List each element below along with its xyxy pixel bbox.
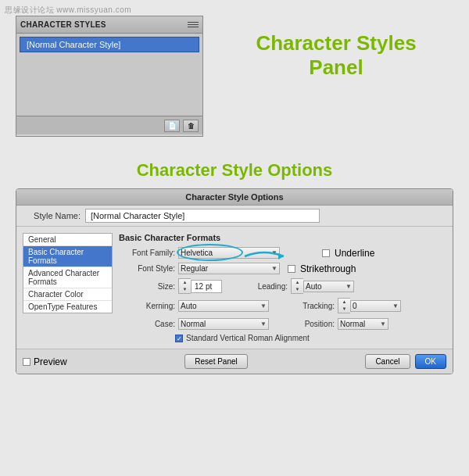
font-style-row: Font Style: Regular ▼ Strikethrough	[119, 263, 446, 274]
watermark: 思缘设计论坛 www.missyuan.com	[5, 5, 131, 16]
tracking-spinner[interactable]: ▲ ▼	[338, 298, 350, 313]
middle-title-text: Character Style Options	[137, 160, 333, 180]
panel-footer: 📄 🗑	[16, 116, 202, 134]
size-spinner[interactable]: ▲ ▼	[178, 278, 191, 294]
character-styles-panel: CHARACTER STYLES [Normal Character Style…	[16, 16, 203, 137]
cancel-button[interactable]: Cancel	[365, 354, 410, 369]
sidebar-item-general[interactable]: General	[23, 234, 112, 246]
kerning-value: Auto	[181, 302, 197, 310]
new-style-button[interactable]: 📄	[164, 120, 180, 132]
standard-align-label: Standard Vertical Roman Alignment	[186, 334, 310, 342]
standard-align-checkbox[interactable]: ✓	[175, 335, 183, 342]
position-value: Normal	[340, 320, 365, 328]
sidebar-list: General Basic Character Formats Advanced…	[23, 233, 113, 313]
normal-character-style-item[interactable]: [Normal Character Style]	[20, 37, 199, 52]
leading-down-icon: ▼	[292, 286, 303, 293]
font-family-wrapper: Helvetica ▼	[178, 247, 280, 259]
kerning-tracking-row: Kerning: Auto ▼ Tracking: ▲ ▼ 0 ▼	[119, 298, 446, 313]
panel-label-area: Character StylesPanel	[219, 16, 453, 80]
case-position-row: Case: Normal ▼ Position: Normal ▼	[119, 318, 446, 330]
footer-left: Preview	[23, 356, 67, 367]
footer-right: Cancel OK	[365, 354, 446, 369]
middle-title-area: Character Style Options	[0, 145, 469, 188]
position-select[interactable]: Normal ▼	[338, 318, 388, 330]
panel-title: CHARACTER STYLES	[20, 20, 106, 29]
tracking-group: ▲ ▼ 0 ▼	[338, 298, 401, 313]
font-family-row: Font Family: Helvetica ▼	[119, 247, 446, 259]
case-value: Normal	[181, 320, 206, 328]
standard-align-row: ✓ Standard Vertical Roman Alignment	[175, 334, 446, 342]
dialog-sidebar: General Basic Character Formats Advanced…	[23, 233, 113, 342]
underline-checkbox[interactable]	[322, 249, 330, 257]
underline-label: Underline	[335, 248, 374, 259]
dialog-body: General Basic Character Formats Advanced…	[16, 227, 453, 349]
delete-style-icon: 🗑	[188, 122, 195, 130]
strikethrough-area: Strikethrough	[283, 263, 446, 274]
kerning-label: Kerning:	[119, 302, 175, 310]
leading-spinner[interactable]: ▲ ▼	[291, 278, 303, 294]
dialog-titlebar: Character Style Options	[16, 189, 453, 206]
tracking-value: 0	[353, 302, 357, 310]
reset-panel-button[interactable]: Reset Panel	[184, 354, 247, 369]
sidebar-item-color[interactable]: Character Color	[23, 288, 112, 301]
size-down-icon: ▼	[179, 286, 191, 293]
font-family-arrow-icon: ▼	[271, 249, 277, 256]
style-name-input[interactable]	[85, 209, 320, 223]
tracking-arrow-icon: ▼	[392, 302, 399, 310]
leading-up-icon: ▲	[292, 279, 303, 286]
ok-button[interactable]: OK	[415, 354, 446, 369]
font-family-value: Helvetica	[181, 249, 213, 257]
character-style-options-dialog: Character Style Options Style Name: Gene…	[16, 188, 453, 374]
case-arrow-icon: ▼	[260, 320, 267, 327]
case-label: Case:	[119, 320, 175, 328]
kerning-select[interactable]: Auto ▼	[178, 300, 269, 312]
font-family-label: Font Family:	[119, 249, 175, 257]
dialog-main: Basic Character Formats Font Family: Hel…	[119, 233, 446, 342]
delete-style-button[interactable]: 🗑	[183, 120, 199, 132]
tracking-up-icon: ▲	[338, 299, 350, 306]
sidebar-item-advanced[interactable]: Advanced Character Formats	[23, 267, 112, 288]
position-label: Position:	[278, 320, 335, 328]
panel-content: [Normal Character Style]	[16, 34, 202, 116]
sidebar-item-basic[interactable]: Basic Character Formats	[23, 246, 112, 267]
case-select[interactable]: Normal ▼	[178, 318, 269, 330]
dialog-footer: Preview Reset Panel Cancel OK	[16, 349, 453, 374]
position-arrow-icon: ▼	[380, 320, 386, 327]
panel-titlebar: CHARACTER STYLES	[16, 16, 202, 34]
checkmark-icon: ✓	[176, 335, 182, 343]
font-style-value: Regular	[181, 264, 208, 273]
leading-group: ▲ ▼ Auto ▼	[291, 278, 354, 294]
size-input-group: ▲ ▼	[178, 278, 222, 294]
font-style-arrow-icon: ▼	[271, 265, 277, 272]
style-name-label: Style Name:	[23, 211, 85, 220]
style-name-row: Style Name:	[16, 206, 453, 227]
top-section: CHARACTER STYLES [Normal Character Style…	[0, 0, 469, 145]
preview-label: Preview	[34, 356, 67, 367]
section-title: Basic Character Formats	[119, 233, 446, 242]
sidebar-item-opentype[interactable]: OpenType Features	[23, 301, 112, 313]
font-family-select[interactable]: Helvetica ▼	[178, 247, 280, 259]
kerning-arrow-icon: ▼	[260, 302, 267, 310]
panel-label-text: Character StylesPanel	[256, 31, 416, 80]
strikethrough-label: Strikethrough	[300, 263, 356, 274]
leading-label: Leading:	[231, 282, 288, 291]
tracking-label: Tracking:	[278, 302, 335, 310]
preview-checkbox[interactable]	[23, 358, 30, 366]
leading-arrow-icon: ▼	[345, 283, 352, 290]
strikethrough-checkbox[interactable]	[288, 265, 295, 273]
size-input[interactable]	[191, 280, 222, 293]
font-style-select[interactable]: Regular ▼	[178, 263, 280, 274]
tracking-down-icon: ▼	[338, 306, 350, 313]
tracking-select[interactable]: 0 ▼	[350, 300, 401, 312]
leading-value: Auto	[306, 282, 322, 291]
new-style-icon: 📄	[168, 122, 177, 130]
size-up-icon: ▲	[179, 279, 191, 286]
font-style-label: Font Style:	[119, 264, 175, 273]
underline-area: Underline	[283, 248, 446, 259]
panel-menu-icon[interactable]	[188, 21, 199, 29]
size-label: Size:	[119, 282, 175, 291]
leading-select[interactable]: Auto ▼	[303, 281, 354, 292]
size-leading-row: Size: ▲ ▼ Leading: ▲ ▼ Auto	[119, 278, 446, 294]
